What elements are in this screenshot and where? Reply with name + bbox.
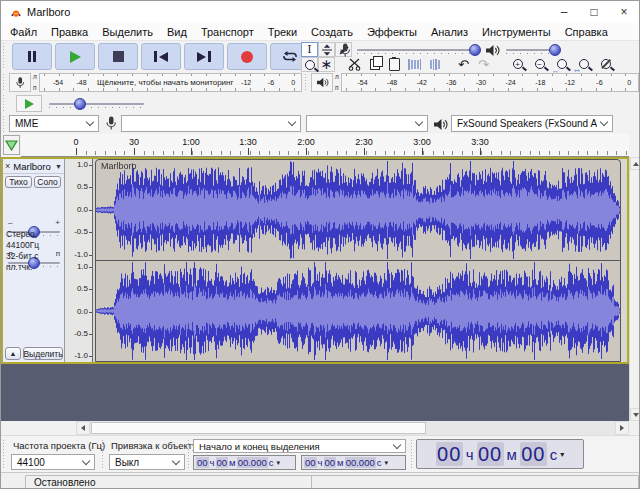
scale-label: 0.5 xyxy=(77,285,88,293)
field-caret-icon[interactable]: ▾ xyxy=(560,450,564,459)
menu-analyze[interactable]: Анализ xyxy=(431,26,468,38)
collapse-track-button[interactable]: ▲ xyxy=(5,347,21,360)
selection-end-field[interactable]: 00ч00м00.000с▾ xyxy=(301,455,406,470)
slider-thumb[interactable] xyxy=(74,98,86,110)
toolbar-grip[interactable] xyxy=(3,43,7,70)
menu-file[interactable]: Файл xyxy=(10,26,37,38)
recording-channels-select[interactable] xyxy=(306,115,428,132)
meter-monitor-message[interactable]: Щёлкните, чтобы начать мониторинг xyxy=(97,78,234,87)
playback-meter-speaker-button[interactable] xyxy=(311,73,333,92)
menu-effects[interactable]: Эффекты xyxy=(367,26,417,38)
silence-audio-button[interactable] xyxy=(425,56,444,73)
cut-button[interactable] xyxy=(345,56,364,73)
play-button[interactable] xyxy=(55,43,95,70)
waveform-left-channel[interactable] xyxy=(96,160,620,260)
menu-transport[interactable]: Транспорт xyxy=(201,26,254,38)
zoom-toggle-button[interactable] xyxy=(595,56,616,73)
toolbar-grip[interactable] xyxy=(3,440,7,470)
recording-meter[interactable]: -54 -48 Щёлкните, чтобы начать мониторин… xyxy=(39,73,302,92)
undo-button[interactable]: ↶ xyxy=(454,56,473,73)
stop-button[interactable] xyxy=(98,43,138,70)
vertical-scrollbar[interactable] xyxy=(629,157,640,421)
recording-meter-mic-button[interactable] xyxy=(9,73,31,92)
audio-host-select[interactable]: MME xyxy=(9,115,99,132)
menu-view[interactable]: Вид xyxy=(167,26,187,38)
timeline-ruler[interactable]: 0 30 1:00 1:30 2:00 2:30 3:00 3:30 xyxy=(21,134,629,157)
playback-speed-slider[interactable] xyxy=(49,98,144,110)
zoom-project-button[interactable]: ⇿ xyxy=(573,56,594,73)
maximize-button[interactable]: □ xyxy=(579,1,609,23)
tick xyxy=(414,151,415,155)
menu-tracks[interactable]: Треки xyxy=(268,26,297,38)
multi-tool-button[interactable]: ∗ xyxy=(318,57,335,72)
recording-device-select[interactable] xyxy=(121,115,301,132)
track-menu-arrow-icon[interactable]: ▼ xyxy=(55,163,62,170)
track-close-button[interactable]: × xyxy=(5,161,10,171)
zoom-in-button[interactable]: + xyxy=(507,56,528,73)
zoom-selection-button[interactable]: ↔ xyxy=(551,56,572,73)
tick xyxy=(298,151,299,155)
paste-button[interactable] xyxy=(385,56,404,73)
playback-device-value: FxSound Speakers (FxSound Audio xyxy=(457,118,597,129)
toolbar-grip[interactable] xyxy=(102,440,106,470)
selection-start-field[interactable]: 00ч00м00.000с▾ xyxy=(193,455,296,470)
waveform-right-channel[interactable] xyxy=(96,261,620,361)
zoom-tool-button[interactable] xyxy=(301,57,318,72)
playback-device-select[interactable]: FxSound Speakers (FxSound Audio xyxy=(451,115,613,132)
audio-position-display[interactable]: 00ч00м00с▾ xyxy=(416,439,584,469)
horizontal-scrollbar-thumb[interactable] xyxy=(91,422,426,434)
menu-tools[interactable]: Инструменты xyxy=(482,26,551,38)
close-button[interactable]: × xyxy=(609,1,639,23)
scroll-up-button[interactable] xyxy=(630,157,640,170)
timeline-pin-button[interactable] xyxy=(3,135,20,155)
vertical-scale-ruler[interactable]: 1.0 0.5 0.0 -0.5 -1.0 1.0 0.5 0.0 -0.5 -… xyxy=(65,159,93,362)
skip-to-start-button[interactable] xyxy=(141,43,181,70)
mute-button[interactable]: Тихо xyxy=(5,176,32,188)
toolbar-grip[interactable] xyxy=(188,440,192,470)
minimize-button[interactable]: – xyxy=(549,1,579,23)
audacity-window: Marlboro – □ × Файл Правка Выделить Вид … xyxy=(0,0,640,489)
scroll-right-button[interactable] xyxy=(615,421,629,435)
track-title[interactable]: Marlboro xyxy=(13,161,55,172)
snap-to-label: Привязка к объекту xyxy=(111,440,197,451)
snap-to-select[interactable]: Выкл xyxy=(109,454,185,470)
horizontal-scrollbar-row xyxy=(1,421,640,435)
envelope-tool-button[interactable] xyxy=(318,42,335,57)
scroll-down-button[interactable] xyxy=(630,408,640,421)
field-caret-icon[interactable]: ▾ xyxy=(276,459,280,467)
toolbar-grip[interactable] xyxy=(3,74,7,91)
selection-mode-select[interactable]: Начало и конец выделения xyxy=(193,439,406,453)
toolbar-grip[interactable] xyxy=(411,440,415,470)
copy-button[interactable] xyxy=(365,56,384,73)
toolbar-grip[interactable] xyxy=(3,116,7,132)
zoom-out-button[interactable]: − xyxy=(529,56,550,73)
toolbar-grip[interactable] xyxy=(3,95,7,112)
toolbar-grip[interactable] xyxy=(305,74,309,91)
menu-select[interactable]: Выделить xyxy=(102,26,153,38)
tick xyxy=(211,151,212,155)
skip-to-end-button[interactable] xyxy=(184,43,224,70)
tick xyxy=(76,148,77,155)
selection-tool-button[interactable]: I xyxy=(301,42,318,57)
audio-clip[interactable]: Marlboro xyxy=(95,159,621,362)
solo-button[interactable]: Соло xyxy=(34,176,61,188)
project-rate-select[interactable]: 44100 xyxy=(11,454,95,470)
playback-meter[interactable]: -54 -48 -42 -36 -30 -24 -18 -12 -6 0 xyxy=(341,73,639,92)
scroll-left-button[interactable] xyxy=(76,421,90,435)
redo-button[interactable]: ↷ xyxy=(474,56,493,73)
scale-label: 0.0 xyxy=(77,206,88,214)
tick xyxy=(337,151,338,155)
menu-generate[interactable]: Создать xyxy=(311,26,353,38)
menu-help[interactable]: Справка xyxy=(565,26,608,38)
play-at-speed-button[interactable] xyxy=(16,95,42,112)
pause-button[interactable] xyxy=(12,43,52,70)
tick xyxy=(346,151,347,155)
menu-edit[interactable]: Правка xyxy=(51,26,88,38)
trim-audio-button[interactable] xyxy=(405,56,424,73)
horizontal-scrollbar-track[interactable] xyxy=(90,421,615,435)
meter-tick-label: -54 xyxy=(53,79,63,86)
record-button[interactable] xyxy=(227,43,267,70)
field-caret-icon[interactable]: ▾ xyxy=(384,459,388,467)
tick xyxy=(462,151,463,155)
select-track-button[interactable]: Выделить xyxy=(23,347,63,360)
